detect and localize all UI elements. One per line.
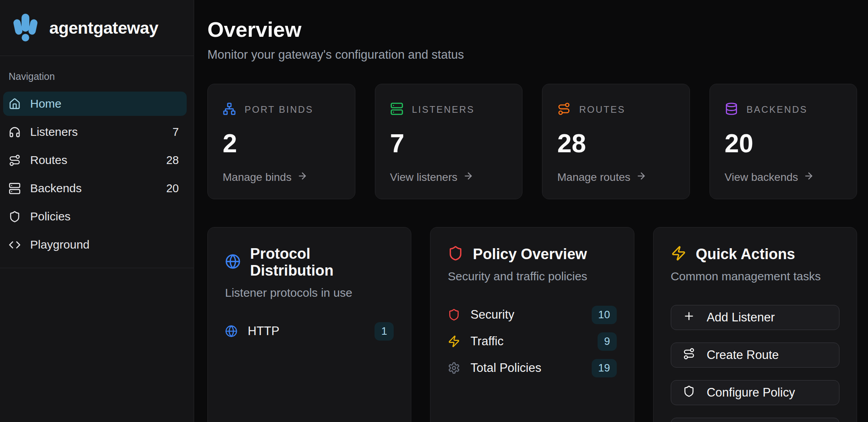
stat-link-label: Manage binds [223, 171, 292, 184]
arrow-right-icon [636, 171, 646, 184]
quick-actions-panel: Quick Actions Common management tasks Ad… [653, 227, 857, 422]
panel-title: Quick Actions [696, 246, 795, 263]
configure-policy-button[interactable]: Configure Policy [671, 380, 839, 405]
route-icon [557, 102, 571, 117]
panel-title: Protocol Distribution [250, 245, 394, 279]
sidebar-item-home[interactable]: Home [3, 92, 187, 116]
stat-card-backends: BACKENDS 20 View backends [710, 84, 857, 199]
zap-icon [448, 335, 460, 348]
panel-header: Policy Overview [448, 245, 616, 263]
row-label: Traffic [470, 334, 503, 348]
settings-icon [448, 362, 460, 374]
count-badge: 9 [598, 332, 617, 351]
sidebar-item-label: Home [30, 97, 61, 110]
stat-link-label: Manage routes [557, 171, 630, 184]
shield-icon [448, 308, 460, 321]
panel-subtitle: Common management tasks [671, 270, 839, 283]
stat-label: PORT BINDS [245, 104, 313, 115]
globe-icon [225, 254, 241, 271]
qa-button-label: Create Route [707, 348, 779, 362]
stat-value: 7 [390, 130, 508, 156]
stat-card-listeners: LISTENERS 7 View listeners [375, 84, 523, 199]
row-label: HTTP [248, 324, 279, 338]
add-listener-button[interactable]: Add Listener [671, 305, 839, 330]
page-subtitle: Monitor your gateway's configuration and… [207, 48, 857, 62]
panel-header: Quick Actions [671, 245, 839, 263]
shield-icon [9, 211, 21, 223]
policy-row-security: Security 10 [448, 305, 616, 325]
stat-card-header: PORT BINDS [223, 102, 340, 117]
panels-grid: Protocol Distribution Listener protocols… [207, 227, 857, 422]
sidebar-item-count: 20 [166, 182, 179, 195]
plus-icon [683, 310, 695, 325]
manage-routes-link[interactable]: Manage routes [557, 171, 675, 184]
panel-header: Protocol Distribution [225, 245, 394, 279]
server-icon [390, 102, 403, 117]
policy-row-traffic: Traffic 9 [448, 332, 616, 351]
sidebar-item-label: Backends [30, 182, 82, 195]
zap-icon [671, 245, 686, 263]
sidebar-item-label: Policies [30, 210, 70, 223]
sidebar-item-label: Routes [30, 153, 67, 167]
page-title: Overview [207, 17, 857, 41]
manage-binds-link[interactable]: Manage binds [223, 171, 340, 184]
sidebar-item-routes[interactable]: Routes 28 [3, 148, 187, 172]
code-icon [9, 239, 21, 251]
stat-link-label: View listeners [390, 171, 457, 184]
route-icon [9, 154, 21, 166]
sidebar-item-label: Playground [30, 238, 90, 251]
stat-value: 20 [725, 130, 842, 156]
arrow-right-icon [297, 171, 308, 184]
stats-grid: PORT BINDS 2 Manage binds LISTENERS 7 V [207, 84, 857, 199]
sidebar-item-label: Listeners [30, 125, 78, 139]
quick-action-partial-button[interactable] [671, 418, 839, 422]
main-content: Overview Monitor your gateway's configur… [194, 0, 868, 422]
protocol-row-http: HTTP 1 [225, 321, 394, 341]
shield-icon [683, 385, 695, 400]
protocol-distribution-panel: Protocol Distribution Listener protocols… [207, 227, 411, 422]
sidebar-item-playground[interactable]: Playground [3, 233, 187, 257]
stat-link-label: View backends [725, 171, 798, 184]
sidebar-item-backends[interactable]: Backends 20 [3, 176, 187, 200]
policy-row-total: Total Policies 19 [448, 358, 616, 378]
agentgateway-logo-icon [11, 13, 40, 43]
count-badge: 19 [592, 359, 617, 377]
panel-subtitle: Listener protocols in use [225, 286, 394, 299]
sidebar-item-listeners[interactable]: Listeners 7 [3, 120, 187, 144]
stat-label: ROUTES [579, 104, 625, 115]
network-icon [223, 102, 236, 117]
arrow-right-icon [803, 171, 814, 184]
protocol-rows: HTTP 1 [225, 321, 394, 341]
view-listeners-link[interactable]: View listeners [390, 171, 508, 184]
stat-card-port-binds: PORT BINDS 2 Manage binds [207, 84, 355, 199]
create-route-button[interactable]: Create Route [671, 343, 839, 368]
shield-icon [448, 245, 463, 263]
stat-card-header: ROUTES [557, 102, 675, 117]
globe-icon [225, 325, 238, 337]
sidebar-item-policies[interactable]: Policies [3, 204, 187, 229]
row-label: Total Policies [470, 361, 541, 375]
database-icon [725, 102, 738, 117]
sidebar-item-count: 7 [173, 126, 179, 139]
stat-value: 2 [223, 130, 340, 156]
row-label: Security [470, 308, 514, 322]
qa-button-label: Add Listener [707, 310, 775, 325]
count-badge: 10 [592, 306, 617, 324]
sidebar-item-count: 28 [166, 154, 179, 167]
policy-overview-panel: Policy Overview Security and traffic pol… [430, 227, 634, 422]
sidebar-nav: Navigation Home Listeners 7 Routes [0, 56, 194, 268]
route-icon [683, 348, 695, 363]
brand-header[interactable]: agentgateway [0, 0, 194, 56]
stat-label: LISTENERS [412, 104, 475, 115]
brand-title: agentgateway [49, 18, 158, 38]
stat-card-routes: ROUTES 28 Manage routes [542, 84, 690, 199]
panel-title: Policy Overview [473, 246, 587, 263]
home-icon [9, 98, 21, 110]
nav-section-label: Navigation [9, 71, 187, 82]
view-backends-link[interactable]: View backends [725, 171, 842, 184]
panel-subtitle: Security and traffic policies [448, 270, 616, 283]
headphones-icon [9, 126, 21, 138]
policy-rows: Security 10 Traffic 9 Tota [448, 305, 616, 378]
stat-card-header: BACKENDS [725, 102, 842, 117]
stat-label: BACKENDS [747, 104, 808, 115]
